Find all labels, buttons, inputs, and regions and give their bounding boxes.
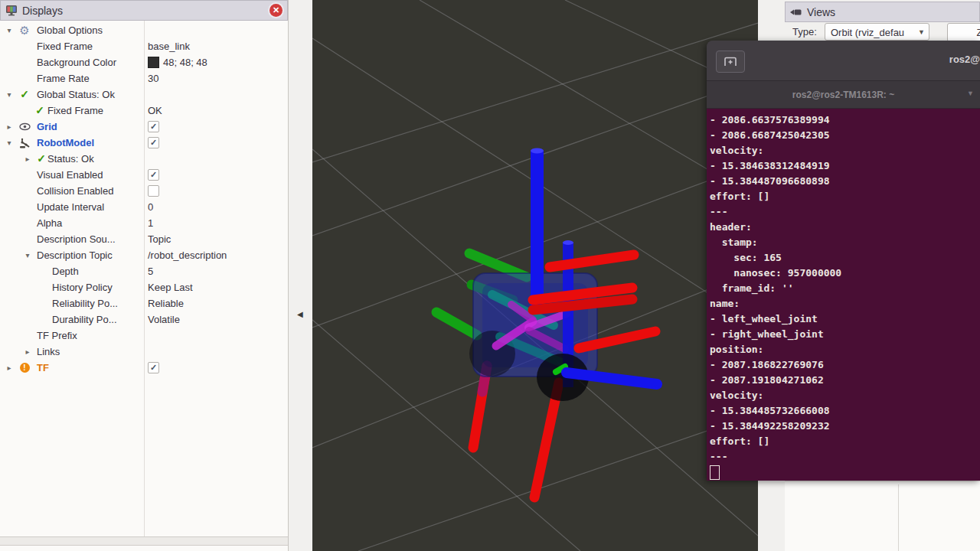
expander-closed-icon[interactable]: ▸ xyxy=(5,360,14,376)
rviz-window: Displays ✕ ▾⚙Global OptionsFixed Frameba… xyxy=(0,0,980,551)
terminal-line: velocity: xyxy=(710,143,980,158)
tree-row[interactable]: Update Interval0 xyxy=(0,199,288,215)
tab-chevron-down-icon[interactable]: ▼ xyxy=(967,90,974,97)
property-value[interactable]: Keep Last xyxy=(148,279,193,295)
property-label: Update Interval xyxy=(37,199,104,215)
expander-closed-icon[interactable]: ▸ xyxy=(23,344,32,360)
views-titlebar[interactable]: Views xyxy=(785,2,980,22)
property-label: Links xyxy=(37,344,60,360)
property-value[interactable]: 5 xyxy=(148,263,153,279)
property-label: Reliability Po... xyxy=(52,295,118,311)
tree-row[interactable]: Visual Enabled✓ xyxy=(0,167,288,183)
tree-row[interactable]: ✓Fixed FrameOK xyxy=(0,103,288,119)
check-icon: ✓ xyxy=(35,151,47,167)
checkbox-checked[interactable]: ✓ xyxy=(148,137,159,148)
tree-row[interactable]: Background Color48; 48; 48 xyxy=(0,54,288,70)
expander-open-icon[interactable]: ▾ xyxy=(5,22,14,38)
tree-row[interactable]: Depth5 xyxy=(0,263,288,279)
checkbox-checked[interactable]: ✓ xyxy=(148,362,159,373)
checkbox-unchecked[interactable] xyxy=(148,185,159,197)
tree-row[interactable]: Alpha1 xyxy=(0,215,288,231)
property-label: Fixed Frame xyxy=(47,103,103,119)
new-tab-button[interactable] xyxy=(716,51,745,73)
displays-panel: Displays ✕ ▾⚙Global OptionsFixed Frameba… xyxy=(0,0,289,551)
zero-button[interactable]: Ze xyxy=(947,23,980,42)
property-label: Frame Rate xyxy=(37,70,90,86)
new-tab-icon xyxy=(724,56,737,68)
property-label: Background Color xyxy=(37,54,116,70)
property-value[interactable]: base_link xyxy=(148,38,190,54)
warning-icon: ! xyxy=(18,360,31,376)
terminal-line: --- xyxy=(710,204,980,220)
tree-row[interactable]: Durability Po...Volatile xyxy=(0,311,288,328)
property-value[interactable]: ✓ xyxy=(148,135,159,151)
property-label: TF Prefix xyxy=(37,328,77,344)
expander-open-icon[interactable]: ▾ xyxy=(5,86,14,103)
displays-tree: ▾⚙Global OptionsFixed Framebase_linkBack… xyxy=(0,21,288,536)
tree-row[interactable]: ▸Grid✓ xyxy=(0,119,288,135)
tree-row[interactable]: ▾Description Topic/robot_description xyxy=(0,247,288,263)
checkbox-checked[interactable]: ✓ xyxy=(148,121,159,132)
tree-row[interactable]: TF Prefix xyxy=(0,328,288,344)
property-value[interactable]: ✓ xyxy=(148,119,159,135)
tree-row[interactable]: Collision Enabled xyxy=(0,183,288,199)
terminal-line: - left_wheel_joint xyxy=(710,311,980,327)
close-icon[interactable]: ✕ xyxy=(270,4,283,17)
property-label: Global Options xyxy=(37,22,103,38)
displays-titlebar[interactable]: Displays ✕ xyxy=(0,0,288,21)
tree-row[interactable]: Fixed Framebase_link xyxy=(0,38,288,54)
terminal-titlebar[interactable]: ros2@ xyxy=(707,41,980,81)
property-value[interactable]: Topic xyxy=(148,231,171,247)
terminal-line: stamp: xyxy=(710,235,980,250)
tree-row[interactable]: ▸Links xyxy=(0,344,288,360)
property-value[interactable]: Volatile xyxy=(148,311,180,328)
property-value[interactable]: ✓ xyxy=(148,360,159,376)
terminal-output[interactable]: - 2086.6637576389994- 2086.6687425042305… xyxy=(707,109,980,481)
property-value[interactable]: 1 xyxy=(148,215,153,231)
terminal-line: - 15.384638312484919 xyxy=(710,158,980,174)
property-value[interactable]: Reliable xyxy=(148,295,184,311)
tree-row[interactable]: Description Sou...Topic xyxy=(0,231,288,247)
collapse-arrow-icon[interactable]: ◀ xyxy=(297,310,303,318)
horizontal-splitter[interactable] xyxy=(0,536,288,546)
property-value[interactable]: /robot_description xyxy=(148,247,227,263)
tree-row[interactable]: ▾RobotModel✓ xyxy=(0,135,288,151)
terminal-line: frame_id: '' xyxy=(710,281,980,296)
expander-closed-icon[interactable]: ▸ xyxy=(23,151,32,167)
property-value[interactable]: 30 xyxy=(148,70,158,86)
terminal-line: velocity: xyxy=(710,388,980,403)
terminal-line: - 15.384485732666008 xyxy=(710,403,980,419)
tree-row[interactable]: ▸✓Status: Ok xyxy=(0,151,288,167)
dock-splitter-left[interactable]: ◀ xyxy=(289,0,312,551)
expander-open-icon[interactable]: ▾ xyxy=(5,135,14,151)
property-value[interactable]: ✓ xyxy=(148,167,159,183)
gear-icon: ⚙ xyxy=(18,22,31,38)
expander-closed-icon[interactable]: ▸ xyxy=(5,119,14,135)
checkbox-checked[interactable]: ✓ xyxy=(148,169,159,181)
tree-row[interactable]: History PolicyKeep Last xyxy=(0,279,288,295)
tree-row[interactable]: ▾✓Global Status: Ok xyxy=(0,86,288,103)
tree-row[interactable]: Reliability Po...Reliable xyxy=(0,295,288,311)
3d-viewport[interactable] xyxy=(312,0,758,551)
view-type-dropdown[interactable]: Orbit (rviz_defau ▼ xyxy=(825,23,929,41)
tree-row[interactable]: ▸!TF✓ xyxy=(0,360,288,376)
property-value[interactable] xyxy=(148,183,159,199)
tree-row[interactable]: ▾⚙Global Options xyxy=(0,22,288,38)
view-type-value: Orbit (rviz_defau xyxy=(831,27,904,38)
displays-panel-title: Displays xyxy=(22,5,63,17)
tree-row[interactable]: Frame Rate30 xyxy=(0,70,288,86)
robot-icon xyxy=(18,135,31,151)
color-swatch xyxy=(148,57,159,68)
terminal-tab[interactable]: ros2@ros2-TM1613R: ~ xyxy=(792,90,894,100)
property-label: Grid xyxy=(37,119,57,135)
views-list-area[interactable] xyxy=(785,481,980,551)
terminal-line: effort: [] xyxy=(710,434,980,449)
property-value[interactable]: 0 xyxy=(148,199,153,215)
property-value[interactable]: 48; 48; 48 xyxy=(148,54,207,70)
expander-open-icon[interactable]: ▾ xyxy=(23,247,32,263)
views-type-row: Type: Orbit (rviz_defau ▼ Ze xyxy=(785,22,980,42)
terminal-window[interactable]: ros2@ ros2@ros2-TM1613R: ~ ▼ - 2086.6637… xyxy=(707,41,980,481)
property-label: Description Sou... xyxy=(37,231,116,247)
property-value[interactable]: OK xyxy=(148,103,162,119)
terminal-line: - 2086.6687425042305 xyxy=(710,128,980,143)
